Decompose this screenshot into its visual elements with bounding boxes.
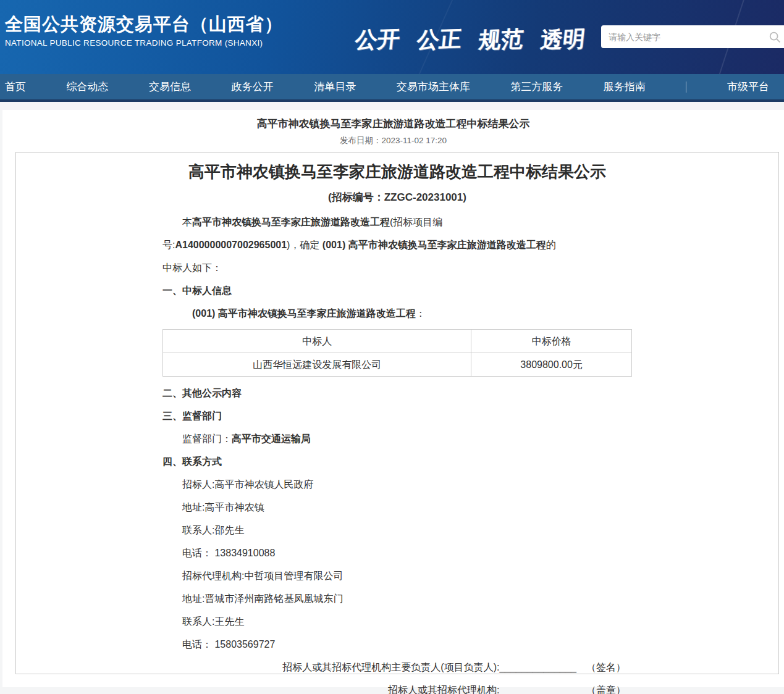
section-1-heading: 一、中标人信息: [162, 279, 632, 302]
site-logo[interactable]: 全国公共资源交易平台（山西省） NATIONAL PUBLIC RESOURCE…: [5, 14, 283, 48]
contact-agency-phone: 电话： 15803569727: [162, 633, 632, 656]
document-body: 本高平市神农镇换马至李家庄旅游道路改造工程(招标项目编 号:A140000000…: [162, 211, 632, 694]
intro-line-2: 号:A1400000007002965001)，确定 (001) 高平市神农镇换…: [162, 233, 632, 256]
announcement-document: 高平市神农镇换马至李家庄旅游道路改造工程中标结果公示 (招标编号：ZZGC-20…: [15, 152, 779, 674]
nav-item-market-entities[interactable]: 交易市场主体库: [397, 80, 470, 94]
section-4-heading: 四、联系方式: [162, 450, 632, 473]
col-header-winner: 中标人: [163, 330, 471, 353]
slogan-word: 公正: [415, 24, 463, 56]
content-card: 高平市神农镇换马至李家庄旅游道路改造工程中标结果公示 发布日期：2023-11-…: [2, 110, 784, 687]
contact-tenderer-address: 地址:高平市神农镇: [162, 496, 632, 519]
slogan-banner: 公开 公正 规范 透明: [355, 25, 585, 55]
winner-price-cell: 3809800.00元: [471, 353, 632, 377]
project-name: 高平市神农镇换马至李家庄旅游道路改造工程: [192, 217, 390, 227]
page-title: 高平市神农镇换马至李家庄旅游道路改造工程中标结果公示: [2, 116, 784, 132]
section-3-heading: 三、监督部门: [162, 404, 632, 427]
award-result-table: 中标人 中标价格 山西华恒远建设发展有限公司 3809800.00元: [162, 329, 632, 377]
nav-item-gov-open[interactable]: 政务公开: [232, 80, 274, 94]
intro-text: )，确定: [287, 240, 322, 250]
contact-tenderer: 招标人:高平市神农镇人民政府: [162, 473, 632, 496]
nav-item-city-platform[interactable]: 市级平台: [727, 80, 769, 94]
site-header: 全国公共资源交易平台（山西省） NATIONAL PUBLIC RESOURCE…: [0, 0, 784, 74]
slogan-word: 公开: [353, 24, 401, 56]
slogan-word: 透明: [539, 24, 586, 56]
supervision-label: 监督部门：: [182, 433, 232, 444]
site-title: 全国公共资源交易平台（山西省）: [5, 14, 283, 35]
nav-bottom-strip: [0, 99, 784, 102]
search-icon[interactable]: [768, 30, 782, 44]
intro-text: 号:: [162, 240, 175, 250]
contact-tenderer-person: 联系人:邵先生: [162, 519, 632, 541]
signature-line-agency: 招标人或其招标代理机构:______________ （盖章）: [162, 679, 632, 694]
project-code: A1400000007002965001: [175, 240, 287, 250]
signature-line-principal: 招标人或其招标代理机构主要负责人(项目负责人):______________ （…: [162, 656, 632, 679]
col-header-price: 中标价格: [471, 330, 632, 353]
slogan-word: 规范: [477, 24, 525, 56]
nav-divider: [686, 82, 686, 93]
nav-item-catalog[interactable]: 清单目录: [314, 80, 356, 94]
intro-line-1: 本高平市神农镇换马至李家庄旅游道路改造工程(招标项目编: [162, 211, 632, 233]
document-title: 高平市神农镇换马至李家庄旅游道路改造工程中标结果公示: [16, 160, 778, 183]
winner-name-cell: 山西华恒远建设发展有限公司: [163, 353, 471, 377]
colon: ：: [416, 308, 426, 319]
section-2-heading: 二、其他公示内容: [162, 382, 632, 404]
nav-item-service-guide[interactable]: 服务指南: [604, 80, 646, 94]
supervision-agency: 高平市交通运输局: [232, 433, 311, 444]
contact-agency: 招标代理机构:中哲项目管理有限公司: [162, 564, 632, 587]
main-nav: 首页 综合动态 交易信息 政务公开 清单目录 交易市场主体库 第三方服务 服务指…: [0, 74, 784, 99]
main-area: 高平市神农镇换马至李家庄旅游道路改造工程中标结果公示 发布日期：2023-11-…: [0, 110, 784, 694]
nav-item-trade-info[interactable]: 交易信息: [149, 80, 191, 94]
contact-tenderer-phone: 电话： 13834910088: [162, 541, 632, 564]
nav-item-news[interactable]: 综合动态: [67, 80, 109, 94]
publish-date: 发布日期：2023-11-02 17:20: [2, 133, 784, 148]
table-row: 山西华恒远建设发展有限公司 3809800.00元: [163, 353, 632, 377]
section-project-name: (001) 高平市神农镇换马至李家庄旅游道路改造工程: [192, 308, 416, 319]
contact-agency-person: 联系人:王先生: [162, 610, 632, 633]
intro-text: (招标项目编: [390, 217, 442, 227]
table-header-row: 中标人 中标价格: [163, 330, 632, 353]
site-subtitle: NATIONAL PUBLIC RESOURCE TRADING PLATFOR…: [5, 38, 283, 48]
intro-text: 本: [182, 217, 192, 227]
contact-agency-address: 地址:晋城市泽州南路铭基凤凰城东门: [162, 587, 632, 610]
intro-text: 的: [546, 240, 556, 250]
search-input[interactable]: [601, 32, 784, 42]
section-1-subtitle: (001) 高平市神农镇换马至李家庄旅游道路改造工程：: [162, 302, 632, 325]
nav-item-third-party[interactable]: 第三方服务: [510, 80, 563, 94]
supervision-line: 监督部门：高平市交通运输局: [162, 427, 632, 450]
bid-code: (招标编号：ZZGC-20231001): [16, 190, 778, 206]
intro-line-3: 中标人如下：: [162, 256, 632, 279]
nav-item-home[interactable]: 首页: [5, 80, 26, 94]
search-box: [601, 25, 784, 48]
section-project-name: (001) 高平市神农镇换马至李家庄旅游道路改造工程: [322, 240, 546, 250]
